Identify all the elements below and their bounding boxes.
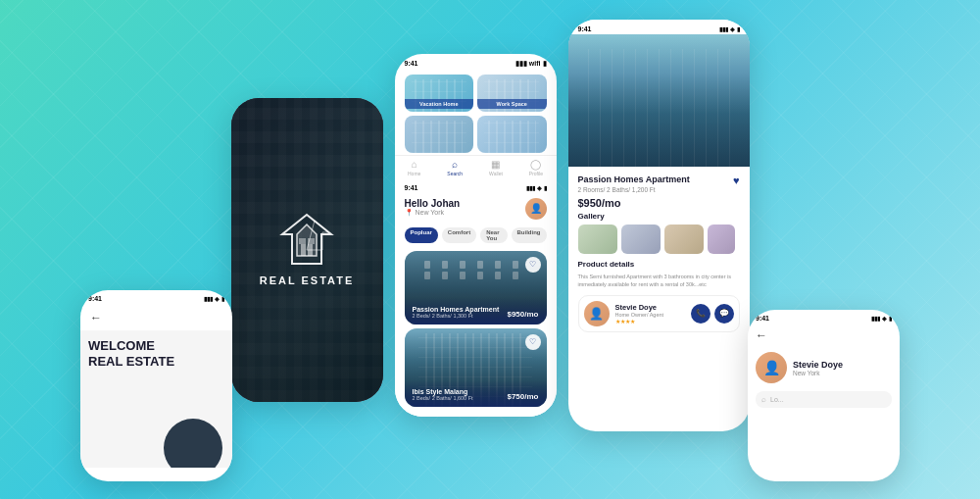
detail-title-row: Passion Homes Apartment 2 Rooms/ 2 Baths… (578, 175, 740, 194)
welcome-wifi: ◈ (215, 295, 220, 302)
welcome-title: WELCOME (88, 338, 224, 354)
signal-2: ▮▮▮ (526, 184, 535, 191)
favorite-button-1[interactable]: ♡ (525, 257, 541, 273)
profile-nav-icon: ◯ (530, 159, 541, 170)
screens-container: REAL ESTATE 9:41 ▮▮▮ wifi ▮ Vacation Hom… (217, 0, 764, 499)
detail-signal: ▮▮▮ (719, 25, 728, 32)
chat-agent-row: 👤 Stevie Doye New York (756, 352, 892, 383)
detail-property-title: Passion Homes Apartment (578, 175, 690, 186)
gallery-row (578, 225, 740, 254)
wifi-icon: wifi (529, 60, 541, 67)
message-agent-button[interactable]: 💬 (714, 304, 734, 324)
product-description: This Semi furnished Apartment with 3 bat… (578, 273, 740, 289)
agent-action-buttons: 📞 💬 (691, 304, 734, 324)
filter-tabs-row: Popluar Comfort Near You Building (395, 224, 557, 247)
chat-search-placeholder: Lo... (770, 396, 784, 403)
battery-2: ▮ (544, 184, 547, 191)
category-3[interactable] (405, 116, 474, 153)
category-grid: Vacation Home Work Space (395, 71, 557, 155)
gallery-section-label: Gallery (578, 212, 740, 221)
nav-item-search[interactable]: ⌕ Search (447, 159, 463, 176)
status-bar-detail: 9:41 ▮▮▮ ◈ ▮ (568, 20, 750, 34)
property-card-1[interactable]: ♡ Passion Homes Apartment 2 Beds/ 2 Bath… (405, 251, 547, 324)
detail-property-specs: 2 Rooms/ 2 Baths/ 1,200 Ft (578, 186, 690, 193)
greeting-text-block: Hello Johan 📍 New York (405, 198, 461, 217)
wifi-2: ◈ (537, 184, 542, 191)
detail-hero-image (568, 34, 750, 167)
chat-battery: ▮ (889, 315, 892, 322)
agent-chat-screen: 👤 Stevie Doye New York ⌕ Lo... (748, 346, 900, 414)
time-2: 9:41 (405, 184, 418, 191)
call-agent-button[interactable]: 📞 (691, 304, 710, 324)
building-decoration-4 (477, 116, 547, 153)
real-estate-logo-icon (277, 213, 336, 267)
chat-back-button[interactable]: ← (756, 328, 767, 342)
product-details-label: Product details (578, 260, 740, 269)
welcome-status-bar: 9:41 ▮▮▮ ◈ ▮ (80, 290, 232, 305)
welcome-status-icons: ▮▮▮ ◈ ▮ (204, 295, 224, 302)
chat-agent-location: New York (793, 370, 843, 376)
agent-role: Home Owner/ Agent (615, 312, 664, 318)
chat-signal: ▮▮▮ (871, 315, 880, 322)
nav-label-search: Search (447, 171, 463, 176)
card-price-1: $950/mo (507, 310, 538, 319)
category-vacation[interactable]: Vacation Home (405, 75, 474, 112)
phone-home: 9:41 ▮▮▮ wifi ▮ Vacation Home Work Space (395, 54, 557, 417)
filter-popular[interactable]: Popluar (405, 227, 438, 243)
welcome-signal: ▮▮▮ (204, 295, 213, 302)
favorite-icon-filled[interactable]: ♥ (733, 175, 740, 186)
detail-content-area: Passion Homes Apartment 2 Rooms/ 2 Baths… (568, 167, 750, 340)
favorite-button-2[interactable]: ♡ (525, 334, 541, 350)
nav-item-home[interactable]: ⌂ Home (408, 159, 420, 176)
greeting-hello: Hello Johan (405, 198, 461, 209)
location-pin-icon: 📍 (405, 209, 414, 217)
nav-item-wallet[interactable]: ▦ Wallet (489, 159, 503, 176)
phone-chat-partial: 9:41 ▮▮▮ ◈ ▮ ← 👤 Stevie Doye New York ⌕ … (748, 310, 900, 481)
splash-title: REAL ESTATE (260, 274, 355, 286)
gallery-thumb-2[interactable] (621, 225, 661, 254)
detail-battery: ▮ (737, 25, 740, 32)
chat-wifi: ◈ (882, 315, 887, 322)
gallery-thumb-3[interactable] (664, 225, 704, 254)
card-text-1: Passion Homes Apartment 2 Beds/ 2 Baths/… (413, 306, 500, 319)
nav-item-profile[interactable]: ◯ Profile (529, 159, 543, 176)
card-specs-2: 2 Beds/ 2 Baths/ 1,600 Ft (413, 395, 473, 401)
hero-building-bg (568, 34, 750, 167)
svg-rect-2 (301, 244, 306, 256)
card-title-2: Ibis Style Malang (413, 388, 473, 395)
nav-label-profile: Profile (529, 171, 543, 176)
category-4[interactable] (477, 116, 547, 153)
filter-nearyou[interactable]: Near You (480, 227, 507, 243)
chat-time: 9:41 (756, 315, 769, 322)
back-button[interactable]: ← (90, 311, 102, 324)
gallery-thumb-4[interactable] (708, 225, 735, 254)
nav-label-wallet: Wallet (489, 171, 503, 176)
agent-avatar: 👤 (584, 301, 610, 326)
battery-icon: ▮ (543, 60, 547, 68)
user-avatar[interactable]: 👤 (525, 198, 547, 220)
detail-status-icons: ▮▮▮ ◈ ▮ (719, 25, 740, 32)
filter-building[interactable]: Building (512, 227, 547, 243)
welcome-content: WELCOME REAL ESTATE (80, 330, 232, 468)
category-label-workspace: Work Space (477, 99, 547, 109)
filter-comfort[interactable]: Comfort (442, 227, 476, 243)
status-bar-2: 9:41 ▮▮▮ ◈ ▮ (395, 178, 557, 194)
chat-back-nav: ← (748, 324, 900, 346)
greeting-section: Hello Johan 📍 New York 👤 (395, 194, 557, 224)
category-label-vacation: Vacation Home (405, 99, 474, 109)
phone-welcome-partial: 9:41 ▮▮▮ ◈ ▮ ← WELCOME REAL ESTATE (80, 290, 232, 481)
search-nav-icon: ⌕ (452, 159, 458, 170)
chat-agent-info: Stevie Doye New York (793, 360, 843, 376)
category-workspace[interactable]: Work Space (477, 75, 547, 112)
welcome-battery: ▮ (221, 295, 224, 302)
bottom-nav-search: ⌂ Home ⌕ Search ▦ Wallet ◯ Profile (395, 155, 557, 178)
property-card-2[interactable]: ♡ Ibis Style Malang 2 Beds/ 2 Baths/ 1,6… (405, 328, 547, 407)
gallery-thumb-1[interactable] (578, 225, 617, 254)
chat-search-bar[interactable]: ⌕ Lo... (756, 391, 892, 408)
card-text-2: Ibis Style Malang 2 Beds/ 2 Baths/ 1,600… (413, 388, 473, 401)
welcome-text-block: WELCOME REAL ESTATE (88, 338, 224, 369)
greeting-location: 📍 New York (405, 209, 461, 217)
splash-background: REAL ESTATE (231, 98, 383, 402)
back-nav: ← (80, 305, 232, 330)
detail-title-block: Passion Homes Apartment 2 Rooms/ 2 Baths… (578, 175, 690, 194)
